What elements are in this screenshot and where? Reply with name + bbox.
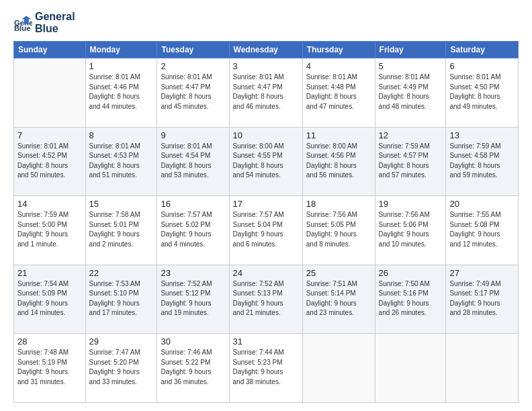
day-number: 7 — [17, 130, 82, 140]
calendar-cell: 18Sunrise: 7:56 AMSunset: 5:05 PMDayligh… — [302, 196, 375, 265]
calendar-header-row: SundayMondayTuesdayWednesdayThursdayFrid… — [14, 42, 519, 58]
day-number: 18 — [306, 199, 371, 209]
calendar-cell: 23Sunrise: 7:52 AMSunset: 5:12 PMDayligh… — [157, 265, 229, 334]
day-info: Sunrise: 8:01 AMSunset: 4:47 PMDaylight:… — [161, 73, 225, 111]
day-info: Sunrise: 7:57 AMSunset: 5:04 PMDaylight:… — [233, 210, 299, 249]
calendar-cell: 16Sunrise: 7:57 AMSunset: 5:02 PMDayligh… — [157, 196, 229, 265]
calendar-cell: 11Sunrise: 8:00 AMSunset: 4:56 PMDayligh… — [302, 127, 375, 196]
day-info: Sunrise: 7:44 AMSunset: 5:23 PMDaylight:… — [233, 348, 299, 387]
day-info: Sunrise: 7:53 AMSunset: 5:10 PMDaylight:… — [89, 279, 154, 318]
day-info: Sunrise: 8:01 AMSunset: 4:50 PMDaylight:… — [449, 73, 515, 111]
calendar-week-4: 21Sunrise: 7:54 AMSunset: 5:09 PMDayligh… — [14, 265, 519, 334]
calendar-cell: 4Sunrise: 8:01 AMSunset: 4:48 PMDaylight… — [302, 58, 375, 128]
calendar-cell: 31Sunrise: 7:44 AMSunset: 5:23 PMDayligh… — [229, 334, 302, 403]
day-info: Sunrise: 7:59 AMSunset: 5:00 PMDaylight:… — [17, 210, 82, 249]
calendar-cell: 6Sunrise: 8:01 AMSunset: 4:50 PMDaylight… — [446, 58, 519, 128]
header-day-monday: Monday — [85, 42, 157, 58]
calendar-cell: 28Sunrise: 7:48 AMSunset: 5:19 PMDayligh… — [14, 334, 86, 403]
calendar-cell: 26Sunrise: 7:50 AMSunset: 5:16 PMDayligh… — [375, 265, 446, 334]
calendar-cell — [375, 334, 446, 403]
calendar-cell: 7Sunrise: 8:01 AMSunset: 4:52 PMDaylight… — [14, 127, 86, 196]
day-number: 29 — [89, 336, 154, 347]
header-day-saturday: Saturday — [446, 42, 519, 58]
day-number: 31 — [233, 336, 299, 347]
calendar-cell: 5Sunrise: 8:01 AMSunset: 4:49 PMDaylight… — [375, 58, 446, 128]
header-day-friday: Friday — [375, 42, 446, 58]
calendar-cell: 19Sunrise: 7:56 AMSunset: 5:06 PMDayligh… — [375, 196, 446, 265]
header-day-thursday: Thursday — [302, 42, 375, 58]
day-info: Sunrise: 8:01 AMSunset: 4:47 PMDaylight:… — [233, 73, 299, 111]
calendar-cell: 30Sunrise: 7:46 AMSunset: 5:22 PMDayligh… — [157, 334, 229, 403]
day-info: Sunrise: 7:58 AMSunset: 5:01 PMDaylight:… — [89, 210, 154, 249]
header-day-wednesday: Wednesday — [229, 42, 302, 58]
day-number: 4 — [306, 61, 371, 71]
day-info: Sunrise: 8:01 AMSunset: 4:49 PMDaylight:… — [379, 73, 443, 111]
day-number: 30 — [161, 336, 225, 347]
day-number: 23 — [161, 268, 225, 278]
day-number: 2 — [161, 61, 225, 71]
day-number: 17 — [233, 199, 299, 209]
day-number: 14 — [17, 199, 82, 209]
calendar-week-2: 7Sunrise: 8:01 AMSunset: 4:52 PMDaylight… — [14, 127, 519, 196]
page-header: General Blue General Blue — [13, 11, 519, 34]
day-number: 15 — [89, 199, 154, 209]
day-number: 24 — [233, 268, 299, 278]
day-number: 21 — [17, 268, 82, 278]
day-number: 20 — [449, 199, 515, 209]
day-number: 10 — [233, 130, 299, 140]
calendar-cell: 8Sunrise: 8:01 AMSunset: 4:53 PMDaylight… — [85, 127, 157, 196]
calendar-cell — [302, 334, 375, 403]
calendar-cell: 20Sunrise: 7:55 AMSunset: 5:08 PMDayligh… — [446, 196, 519, 265]
day-info: Sunrise: 8:01 AMSunset: 4:46 PMDaylight:… — [89, 73, 154, 111]
calendar-week-5: 28Sunrise: 7:48 AMSunset: 5:19 PMDayligh… — [14, 334, 519, 403]
day-number: 13 — [449, 130, 515, 140]
day-number: 22 — [89, 268, 154, 278]
day-info: Sunrise: 7:52 AMSunset: 5:12 PMDaylight:… — [161, 279, 225, 318]
day-info: Sunrise: 8:01 AMSunset: 4:52 PMDaylight:… — [17, 142, 82, 181]
day-number: 25 — [306, 268, 371, 278]
calendar-cell: 27Sunrise: 7:49 AMSunset: 5:17 PMDayligh… — [446, 265, 519, 334]
day-info: Sunrise: 8:01 AMSunset: 4:48 PMDaylight:… — [306, 73, 371, 111]
calendar-cell — [14, 58, 86, 128]
calendar-cell: 15Sunrise: 7:58 AMSunset: 5:01 PMDayligh… — [85, 196, 157, 265]
day-info: Sunrise: 7:52 AMSunset: 5:13 PMDaylight:… — [233, 279, 299, 318]
day-info: Sunrise: 7:48 AMSunset: 5:19 PMDaylight:… — [17, 348, 82, 387]
day-number: 8 — [89, 130, 154, 140]
day-number: 19 — [379, 199, 443, 209]
day-info: Sunrise: 7:59 AMSunset: 4:57 PMDaylight:… — [379, 142, 443, 181]
calendar-cell: 25Sunrise: 7:51 AMSunset: 5:14 PMDayligh… — [302, 265, 375, 334]
day-number: 5 — [379, 61, 443, 71]
day-info: Sunrise: 8:00 AMSunset: 4:55 PMDaylight:… — [233, 142, 299, 181]
logo: General Blue General Blue — [13, 11, 75, 34]
calendar-cell: 24Sunrise: 7:52 AMSunset: 5:13 PMDayligh… — [229, 265, 302, 334]
day-info: Sunrise: 7:55 AMSunset: 5:08 PMDaylight:… — [449, 210, 515, 249]
calendar-cell: 21Sunrise: 7:54 AMSunset: 5:09 PMDayligh… — [14, 265, 86, 334]
svg-text:Blue: Blue — [14, 24, 31, 32]
day-info: Sunrise: 8:01 AMSunset: 4:53 PMDaylight:… — [89, 142, 154, 181]
logo-text-general: General — [35, 11, 75, 23]
calendar-cell: 1Sunrise: 8:01 AMSunset: 4:46 PMDaylight… — [85, 58, 157, 128]
day-number: 28 — [17, 336, 82, 347]
logo-text-blue: Blue — [35, 23, 75, 35]
calendar-cell: 10Sunrise: 8:00 AMSunset: 4:55 PMDayligh… — [229, 127, 302, 196]
header-day-tuesday: Tuesday — [157, 42, 229, 58]
calendar-week-3: 14Sunrise: 7:59 AMSunset: 5:00 PMDayligh… — [14, 196, 519, 265]
calendar-week-1: 1Sunrise: 8:01 AMSunset: 4:46 PMDaylight… — [14, 58, 519, 128]
logo-icon: General Blue — [13, 13, 32, 32]
calendar-cell: 13Sunrise: 7:59 AMSunset: 4:58 PMDayligh… — [446, 127, 519, 196]
calendar-cell — [446, 334, 519, 403]
day-number: 9 — [161, 130, 225, 140]
day-info: Sunrise: 7:49 AMSunset: 5:17 PMDaylight:… — [449, 279, 515, 318]
calendar-table: SundayMondayTuesdayWednesdayThursdayFrid… — [13, 41, 519, 403]
day-info: Sunrise: 7:50 AMSunset: 5:16 PMDaylight:… — [379, 279, 443, 318]
calendar-cell: 2Sunrise: 8:01 AMSunset: 4:47 PMDaylight… — [157, 58, 229, 128]
calendar-cell: 22Sunrise: 7:53 AMSunset: 5:10 PMDayligh… — [85, 265, 157, 334]
day-number: 1 — [89, 61, 154, 71]
day-number: 6 — [449, 61, 515, 71]
day-number: 26 — [379, 268, 443, 278]
day-info: Sunrise: 7:46 AMSunset: 5:22 PMDaylight:… — [161, 348, 225, 387]
day-info: Sunrise: 7:51 AMSunset: 5:14 PMDaylight:… — [306, 279, 371, 318]
day-info: Sunrise: 7:56 AMSunset: 5:06 PMDaylight:… — [379, 210, 443, 249]
calendar-cell: 9Sunrise: 8:01 AMSunset: 4:54 PMDaylight… — [157, 127, 229, 196]
day-info: Sunrise: 7:59 AMSunset: 4:58 PMDaylight:… — [449, 142, 515, 181]
